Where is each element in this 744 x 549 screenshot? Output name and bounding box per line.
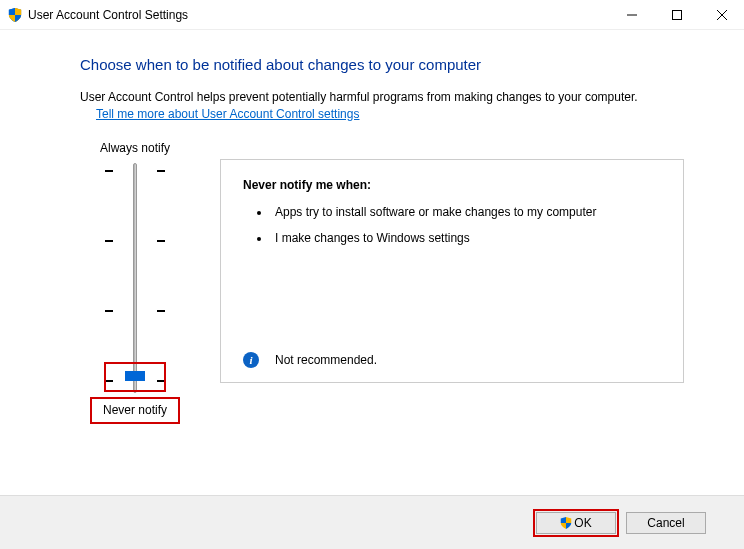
content-area: Choose when to be notified about changes… xyxy=(0,30,744,427)
description-text: User Account Control helps prevent poten… xyxy=(80,90,638,104)
info-panel: Never notify me when: Apps try to instal… xyxy=(220,159,684,427)
slider-tick-4 xyxy=(105,165,165,177)
svg-rect-1 xyxy=(672,10,681,19)
minimize-button[interactable] xyxy=(609,0,654,30)
recommendation-row: i Not recommended. xyxy=(243,352,377,368)
recommendation-text: Not recommended. xyxy=(275,353,377,367)
slider-label-bottom: Never notify xyxy=(80,393,190,427)
slider-tick-3 xyxy=(105,235,165,247)
cancel-button[interactable]: Cancel xyxy=(626,512,706,534)
page-description: User Account Control helps prevent poten… xyxy=(80,89,684,123)
footer: OK Cancel xyxy=(0,495,744,549)
highlight-bottom-label xyxy=(90,397,180,424)
slider-tick-2 xyxy=(105,305,165,317)
learn-more-link[interactable]: Tell me more about User Account Control … xyxy=(96,106,359,123)
panel-list: Apps try to install software or make cha… xyxy=(243,204,661,248)
ok-button[interactable]: OK xyxy=(536,512,616,534)
description-panel: Never notify me when: Apps try to instal… xyxy=(220,159,684,383)
window-controls xyxy=(609,0,744,30)
slider-track[interactable] xyxy=(105,163,165,393)
panel-item-2: I make changes to Windows settings xyxy=(271,230,661,247)
window-title: User Account Control Settings xyxy=(28,8,609,22)
maximize-button[interactable] xyxy=(654,0,699,30)
info-icon: i xyxy=(243,352,259,368)
close-button[interactable] xyxy=(699,0,744,30)
minimize-icon xyxy=(627,10,637,20)
slider-label-top: Always notify xyxy=(80,135,190,163)
highlight-ok xyxy=(533,509,619,537)
slider-area: Always notify Never notify Never notify … xyxy=(80,135,684,427)
page-heading: Choose when to be notified about changes… xyxy=(80,56,684,73)
uac-shield-icon xyxy=(8,8,22,22)
slider-track-line xyxy=(133,163,137,393)
titlebar: User Account Control Settings xyxy=(0,0,744,30)
cancel-button-label: Cancel xyxy=(647,516,684,530)
highlight-thumb xyxy=(104,362,166,392)
close-icon xyxy=(717,10,727,20)
panel-heading: Never notify me when: xyxy=(243,178,661,192)
maximize-icon xyxy=(672,10,682,20)
panel-item-1: Apps try to install software or make cha… xyxy=(271,204,661,221)
slider-column: Always notify Never notify xyxy=(80,135,190,427)
